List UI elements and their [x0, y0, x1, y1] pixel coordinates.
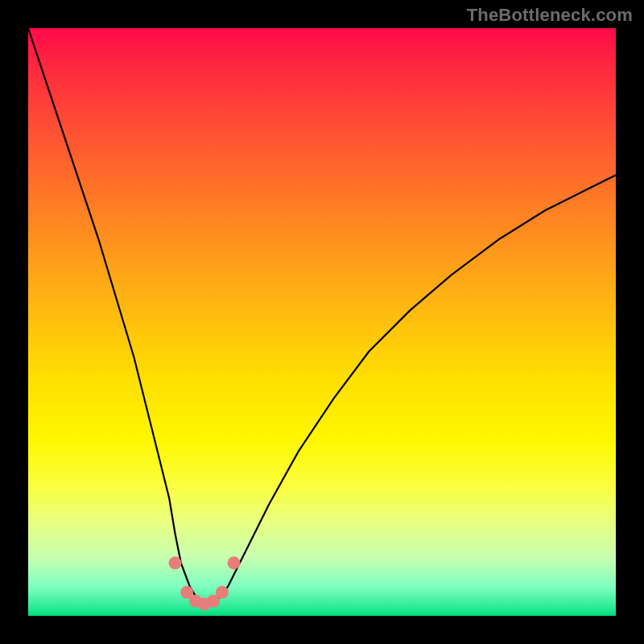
curve-marker [228, 556, 241, 569]
curve-overlay [28, 28, 616, 616]
curve-marker [169, 556, 182, 569]
chart-frame: TheBottleneck.com [0, 0, 644, 644]
watermark-text: TheBottleneck.com [467, 5, 633, 26]
curve-marker [216, 586, 229, 599]
bottleneck-curve [28, 28, 616, 604]
